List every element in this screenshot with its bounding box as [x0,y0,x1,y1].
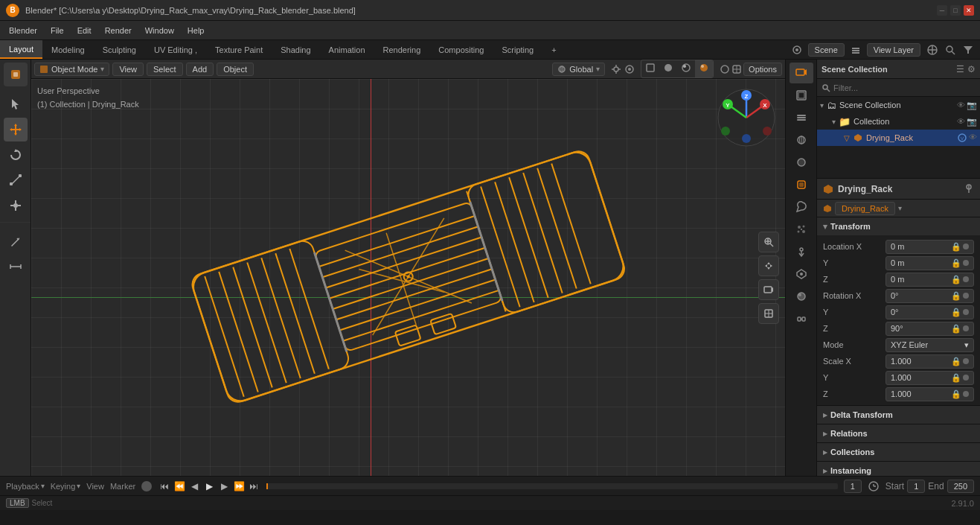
view-zoom-icon[interactable] [758,232,779,252]
outliner-search-input[interactable] [833,83,976,92]
outliner-filter-icon[interactable]: ☰ [956,64,964,74]
collections-header[interactable]: ▸ Collections [817,443,980,461]
instancing-header[interactable]: ▸ Instancing [817,462,980,476]
outliner-item-scene-collection[interactable]: ▾ 🗂 Scene Collection 👁 📷 [817,97,980,113]
tool-cursor[interactable] [4,92,28,116]
jump-start-btn[interactable]: ⏮ [158,480,171,493]
view-pan-icon[interactable] [758,255,779,276]
rendered-shade-btn[interactable] [695,60,713,77]
menu-help[interactable]: Help [182,25,211,36]
scale-x-value[interactable]: 1.000 🔒 [885,354,974,369]
navigation-gizmo[interactable]: Z X Y [717,88,776,147]
material-props-icon[interactable] [790,286,813,307]
object-menu[interactable]: Object [217,63,254,76]
step-forward-btn[interactable]: ▶ [217,480,231,493]
current-frame[interactable]: 1 [844,480,862,493]
marker-menu[interactable]: Marker [110,482,135,491]
eye-icon[interactable]: 👁 [957,101,965,110]
next-keyframe-btn[interactable]: ⏩ [232,480,246,493]
tab-rendering[interactable]: Rendering [374,40,430,59]
outliner-item-collection[interactable]: ▾ 📁 Collection 👁 📷 [817,113,980,130]
playback-menu[interactable]: Playback ▾ [6,482,45,491]
step-back-btn[interactable]: ◀ [188,480,201,493]
maximize-button[interactable]: □ [950,5,961,16]
physics-props-icon[interactable] [790,241,813,262]
scene-props-icon[interactable] [790,130,813,150]
menu-edit[interactable]: Edit [71,25,97,36]
pin-icon[interactable] [964,184,974,194]
rotation-x-value[interactable]: 0° 🔒 [885,289,974,303]
modifier-props-icon[interactable] [790,197,813,217]
end-frame[interactable]: 250 [947,480,974,493]
transform-global-dropdown[interactable]: Global ▾ [552,63,605,76]
tab-uv-editing[interactable]: UV Editing , [145,40,206,59]
location-x-value[interactable]: 0 m 🔒 [885,240,974,254]
camera-icon-col[interactable]: 📷 [967,117,977,127]
viewport-canvas[interactable]: User Perspective (1) Collection | Drying… [31,79,785,476]
tab-compositing[interactable]: Compositing [429,40,493,59]
tab-sculpting[interactable]: Sculpting [94,40,145,59]
view-layer-selector[interactable]: View Layer [867,43,920,57]
menu-window[interactable]: Window [139,25,180,36]
eye-icon-col[interactable]: 👁 [957,117,965,127]
camera-icon[interactable]: 📷 [967,101,977,110]
tab-modeling[interactable]: Modeling [42,40,94,59]
render-props-icon[interactable] [926,44,938,56]
rotation-y-value[interactable]: 0° 🔒 [885,305,974,319]
outliner-item-drying-rack[interactable]: ▽ Drying_Rack V 👁 [817,130,980,146]
location-y-value[interactable]: 0 m 🔒 [885,256,974,270]
view-layer-props-icon[interactable] [790,107,813,128]
close-button[interactable]: ✕ [964,5,974,16]
outliner-options-icon[interactable]: ⚙ [967,64,976,74]
record-button[interactable] [141,481,152,491]
keying-menu[interactable]: Keying ▾ [51,482,81,491]
menu-blender[interactable]: Blender [3,25,43,36]
play-btn[interactable]: ▶ [202,480,216,493]
view-menu[interactable]: View [86,482,104,491]
gizmo-icon[interactable] [731,64,742,74]
object-mode-dropdown[interactable]: Object Mode ▾ [34,63,109,76]
viewport[interactable]: Object Mode ▾ View Select Add Object Glo… [31,60,785,476]
tool-measure[interactable] [4,255,28,279]
snap-icon[interactable] [611,64,621,74]
rotation-z-value[interactable]: 90° 🔒 [885,322,974,336]
scene-selector[interactable]: Scene [808,43,845,57]
constraint-props-icon[interactable] [790,308,813,329]
view-ortho-icon[interactable] [758,303,779,324]
tool-annotate[interactable] [4,229,28,253]
tab-layout[interactable]: Layout [0,40,42,59]
scale-z-value[interactable]: 1.000 🔒 [885,387,974,401]
tool-scale[interactable] [4,168,28,192]
object-props-icon[interactable] [790,174,813,195]
overlay-icon[interactable] [720,64,730,74]
wireframe-shade-btn[interactable] [641,60,659,77]
minimize-button[interactable]: ─ [937,5,947,16]
add-menu[interactable]: Add [186,63,214,76]
object-data-props-icon[interactable] [790,264,813,284]
start-frame[interactable]: 1 [907,480,925,493]
render-props-icon[interactable] [790,63,813,83]
delta-transform-header[interactable]: ▸ Delta Transform [817,406,980,424]
transform-header[interactable]: ▾ Transform [817,217,980,235]
menu-file[interactable]: File [45,25,70,36]
particles-props-icon[interactable] [790,219,813,240]
eye-icon-obj[interactable]: 👁 [969,133,977,143]
view-menu[interactable]: View [112,63,144,76]
material-shade-btn[interactable] [677,60,695,77]
tool-transform[interactable] [4,194,28,217]
tab-shading[interactable]: Shading [272,40,319,59]
filter-icon[interactable] [962,44,974,56]
proportional-editing-icon[interactable] [624,64,635,74]
tool-move[interactable] [4,118,28,141]
select-menu[interactable]: Select [147,63,183,76]
tab-add[interactable]: + [542,40,565,59]
location-z-value[interactable]: 0 m 🔒 [885,273,974,287]
solid-shade-btn[interactable] [659,60,677,77]
tab-scripting[interactable]: Scripting [493,40,542,59]
menu-render[interactable]: Render [99,25,138,36]
world-props-icon[interactable] [790,152,813,173]
view-camera-icon[interactable] [758,279,779,300]
prev-keyframe-btn[interactable]: ⏪ [173,480,186,493]
mode-value[interactable]: XYZ Euler ▾ [885,338,974,352]
timeline-scrubber[interactable] [266,483,838,489]
